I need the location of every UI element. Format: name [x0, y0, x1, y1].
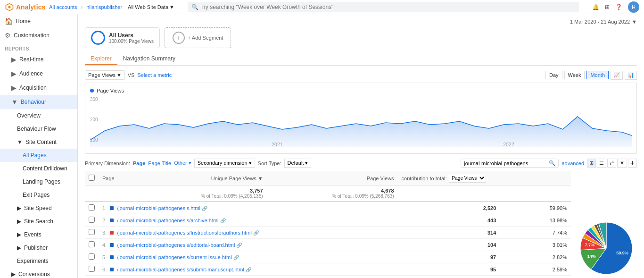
breadcrumb-account[interactable]: All accounts — [49, 4, 77, 10]
sidebar-item-site-speed[interactable]: ▶ Site Speed — [0, 202, 77, 215]
row-color-dot-3 — [110, 243, 114, 247]
row-link-icon-4[interactable]: 🔗 — [233, 255, 239, 260]
table-filter-btn[interactable]: ▼ — [617, 159, 627, 168]
dim-page-title-btn[interactable]: Page Title — [148, 160, 171, 166]
row-link-icon-5[interactable]: 🔗 — [246, 267, 251, 272]
sidebar-item-all-pages[interactable]: All Pages — [0, 149, 77, 162]
row-checkbox-3[interactable] — [85, 239, 99, 251]
publisher-expand-icon: ▶ — [17, 244, 21, 251]
secondary-dim-btn[interactable]: Secondary dimension ▾ — [194, 159, 255, 168]
contribution-pie-chart: 59.9%14%7.7% — [576, 218, 637, 278]
global-search[interactable]: 🔍 — [188, 2, 579, 12]
table-search-box[interactable]: 🔍 — [461, 159, 559, 168]
dim-other-btn[interactable]: Other ▾ — [174, 160, 191, 166]
period-day-btn[interactable]: Day — [545, 71, 562, 79]
table-flat-btn[interactable]: ☰ — [597, 159, 606, 168]
sort-type-btn[interactable]: Default ▾ — [284, 159, 312, 168]
sidebar-site-search-label: Site Search — [24, 218, 53, 225]
row-checkbox-input-3[interactable] — [89, 241, 95, 247]
help-icon[interactable]: ❓ — [615, 4, 622, 10]
row-page-link-5[interactable]: /journal-microbial-pathogenesis/submit-m… — [117, 267, 244, 272]
sidebar-item-acquisition[interactable]: ▶ Acquisition — [0, 81, 77, 95]
sidebar-exit-pages-label: Exit Pages — [23, 192, 50, 198]
summary-pv-value: 4,678 — [271, 188, 394, 194]
site-selector[interactable]: All Web Site Data ▼ — [128, 4, 174, 10]
sidebar-item-home[interactable]: 🏠 Home — [0, 14, 77, 28]
row-checkbox-input-1[interactable] — [89, 217, 95, 223]
sidebar-item-behaviour-flow[interactable]: Behaviour Flow — [0, 122, 77, 135]
col-contribution-header: contribution to total: Page Views — [398, 171, 571, 185]
table-search-icon[interactable]: 🔍 — [549, 160, 555, 166]
apps-icon[interactable]: ⊞ — [605, 4, 610, 10]
table-compare-btn[interactable]: ⇄ — [607, 159, 616, 168]
behaviour-expand-icon: ▼ — [11, 98, 18, 106]
sidebar-item-landing-pages[interactable]: Landing Pages — [0, 175, 77, 188]
sidebar-item-experiments[interactable]: Experiments — [0, 254, 77, 268]
row-page-link-1[interactable]: /journal-microbial-pathogenesis/archive.… — [117, 218, 218, 223]
row-checkbox-5[interactable] — [85, 263, 99, 276]
sidebar-item-audience[interactable]: ▶ Audience — [0, 67, 77, 81]
row-checkbox-input-0[interactable] — [89, 204, 95, 211]
row-checkbox-input-4[interactable] — [89, 253, 95, 260]
table-grid-btn[interactable]: ⊞ — [587, 159, 596, 168]
select-metric-btn[interactable]: Select a metric — [137, 72, 172, 78]
row-link-icon-1[interactable]: 🔗 — [220, 218, 226, 223]
conversions-expand-icon: ▶ — [11, 271, 16, 278]
row-page-link-4[interactable]: /journal-microbial-pathogenesis/current-… — [117, 254, 231, 260]
period-month-btn[interactable]: Month — [586, 71, 609, 79]
row-checkbox-6[interactable] — [85, 276, 99, 278]
user-avatar[interactable]: H — [628, 1, 639, 13]
sidebar-item-exit-pages[interactable]: Exit Pages — [0, 188, 77, 202]
tab-explorer[interactable]: Explorer — [85, 53, 117, 65]
row-link-icon-3[interactable]: 🔗 — [236, 243, 242, 248]
sidebar-item-behaviour[interactable]: ▼ Behaviour — [0, 95, 77, 109]
row-checkbox-input-2[interactable] — [89, 229, 95, 235]
tab-navigation-summary[interactable]: Navigation Summary — [117, 53, 181, 65]
sidebar-item-overview[interactable]: Overview — [0, 109, 77, 122]
sidebar-item-conversions[interactable]: ▶ Conversions — [0, 268, 77, 278]
row-color-dot-4 — [110, 255, 114, 259]
sidebar-item-customisation[interactable]: ⚙ Customisation — [0, 28, 77, 42]
row-page-link-2[interactable]: /journal-microbial-pathogenesis/Instruct… — [117, 230, 252, 236]
sidebar-item-publisher[interactable]: ▶ Publisher — [0, 241, 77, 254]
table-search-input[interactable] — [464, 160, 549, 166]
search-input[interactable] — [200, 4, 575, 10]
period-week-btn[interactable]: Week — [564, 71, 585, 79]
advanced-link[interactable]: advanced — [561, 160, 584, 166]
add-segment-btn[interactable]: + + Add Segment — [165, 27, 231, 48]
site-speed-expand-icon: ▶ — [17, 205, 21, 211]
row-checkbox-2[interactable] — [85, 227, 99, 239]
dim-page-btn[interactable]: Page — [133, 160, 145, 166]
row-link-icon-0[interactable]: 🔗 — [202, 206, 207, 211]
date-range[interactable]: 1 Mar 2020 - 21 Aug 2022 ▼ — [85, 19, 637, 25]
table-row: 7. /journal-microbial-pathogenesis/Inpre… — [85, 276, 571, 278]
sidebar-home-label: Home — [16, 18, 31, 25]
pie-label-0: 59.9% — [616, 251, 628, 255]
contribution-select[interactable]: Page Views — [449, 174, 486, 183]
chart-line-icon-btn[interactable]: 📈 — [611, 71, 623, 80]
chart-bar-icon-btn[interactable]: 📊 — [625, 71, 637, 80]
breadcrumb-user[interactable]: hilanispublisher — [86, 4, 122, 10]
sidebar-item-site-content[interactable]: ▼ Site Content — [0, 135, 77, 149]
y-label-100: 100 — [90, 136, 98, 144]
row-page-link-0[interactable]: /journal-microbial-pathogenesis.html — [117, 205, 200, 211]
row-checkbox-1[interactable] — [85, 214, 99, 227]
topbar-actions: 🔔 ⊞ ❓ H — [592, 1, 639, 13]
row-checkbox-4[interactable] — [85, 251, 99, 263]
col-unique-pv-header[interactable]: Unique Page Views ▼ — [136, 171, 267, 185]
select-all-checkbox[interactable] — [89, 175, 95, 181]
row-link-icon-2[interactable]: 🔗 — [253, 230, 259, 236]
metric-select-btn[interactable]: Page Views ▼ — [85, 70, 125, 80]
segment-all-users[interactable]: All Users 100.00% Page Views — [85, 27, 160, 48]
table-download-btn[interactable]: ⬇ — [628, 159, 637, 168]
row-checkbox-input-5[interactable] — [89, 266, 95, 272]
sidebar-item-content-drilldown[interactable]: Content Drilldown — [0, 162, 77, 175]
row-page-link-3[interactable]: /journal-microbial-pathogenesis/editoria… — [117, 242, 235, 248]
metric-select-chevron: ▼ — [116, 72, 122, 78]
summary-checkbox-cell — [85, 185, 99, 202]
row-checkbox-0[interactable] — [85, 202, 99, 214]
sidebar-item-realtime[interactable]: ▶ Real-time — [0, 52, 77, 67]
sidebar-item-events[interactable]: ▶ Events — [0, 228, 77, 241]
sidebar-item-site-search[interactable]: ▶ Site Search — [0, 215, 77, 228]
notifications-icon[interactable]: 🔔 — [592, 4, 599, 10]
